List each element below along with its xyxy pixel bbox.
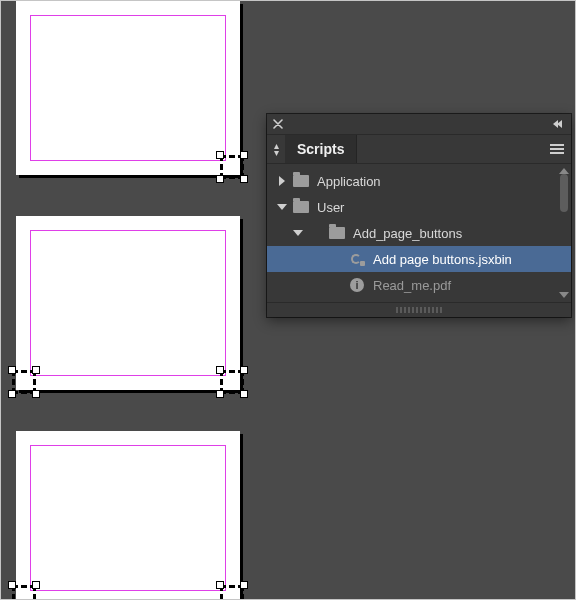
tree-item-label: Read_me.pdf: [373, 278, 451, 293]
page-object-handle[interactable]: [220, 155, 244, 179]
scroll-thumb[interactable]: [560, 174, 568, 212]
page-object-handle[interactable]: [220, 370, 244, 394]
chevron-right-icon[interactable]: [273, 176, 291, 186]
scripts-tree[interactable]: Application User Add_page_buttons: [267, 164, 571, 302]
document-page[interactable]: [16, 1, 240, 175]
tree-row-user[interactable]: User: [267, 194, 571, 220]
panel-tab-bar: ▴▾ Scripts: [267, 135, 571, 164]
tree-item-label: User: [317, 200, 344, 215]
folder-icon: [327, 225, 347, 241]
pasteboard[interactable]: ▴▾ Scripts Application: [1, 1, 575, 599]
tree-scrollbar[interactable]: [559, 168, 569, 298]
collapse-panel-icon[interactable]: [545, 120, 571, 128]
tree-row-add-page-buttons-script[interactable]: Add page buttons.jsxbin: [267, 246, 571, 272]
tree-row-application[interactable]: Application: [267, 168, 571, 194]
folder-icon: [291, 199, 311, 215]
page-object-handle[interactable]: [220, 585, 244, 600]
panel-titlebar[interactable]: [267, 114, 571, 135]
margin-guide: [30, 445, 226, 591]
close-icon[interactable]: [267, 114, 289, 134]
panel-resize-grip[interactable]: [267, 302, 571, 317]
margin-guide: [30, 230, 226, 376]
panel-menu-icon[interactable]: [543, 135, 571, 163]
tree-row-readme[interactable]: i Read_me.pdf: [267, 272, 571, 298]
panel-drag-handle[interactable]: ▴▾: [267, 135, 285, 163]
chevron-down-icon[interactable]: [273, 204, 291, 210]
tab-scripts[interactable]: Scripts: [285, 135, 357, 163]
document-page[interactable]: [16, 431, 240, 600]
script-icon: [347, 251, 367, 267]
page-object-handle[interactable]: [12, 370, 36, 394]
chevron-down-icon[interactable]: [289, 230, 307, 236]
tree-item-label: Add page buttons.jsxbin: [373, 252, 512, 267]
folder-icon: [291, 173, 311, 189]
info-icon: i: [347, 277, 367, 293]
panel-title: Scripts: [297, 141, 344, 157]
tree-item-label: Application: [317, 174, 381, 189]
page-object-handle[interactable]: [12, 585, 36, 600]
scroll-down-icon[interactable]: [559, 292, 569, 298]
tree-row-add-page-buttons-folder[interactable]: Add_page_buttons: [267, 220, 571, 246]
scripts-panel[interactable]: ▴▾ Scripts Application: [267, 114, 571, 317]
margin-guide: [30, 15, 226, 161]
document-page[interactable]: [16, 216, 240, 390]
tree-item-label: Add_page_buttons: [353, 226, 462, 241]
